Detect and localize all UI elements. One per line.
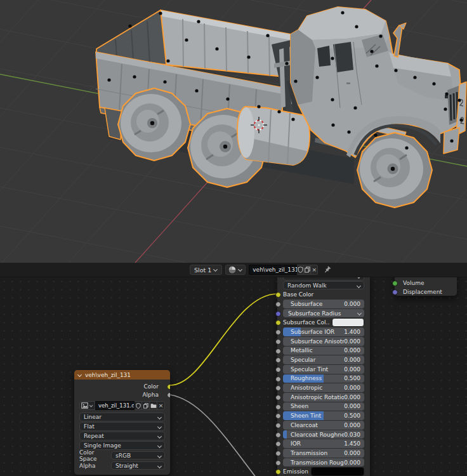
specular-socket[interactable] [275,357,281,363]
transmission-roughness-socket[interactable] [275,460,281,466]
row-specular-tint: Specular Tint0.000 [283,365,364,374]
new-material-button[interactable] [304,265,311,275]
subsurface-color-swatch[interactable] [332,318,364,327]
anisotropic-socket[interactable] [275,385,281,391]
ior-slider[interactable]: IOR1.450 [283,439,364,448]
specular-tint-socket[interactable] [275,367,281,373]
unlink-material-button[interactable]: × [311,265,318,275]
source-menu[interactable]: Single Image [79,441,165,450]
base-color-socket[interactable] [275,292,281,298]
image-fake-user-button[interactable] [135,401,142,410]
subsurface-ior-slider[interactable]: Subsurface IOR1.400 [283,327,364,336]
viewport-canvas [0,0,467,263]
alpha-output-row: Alpha [79,390,165,399]
subsurface-radius-socket[interactable] [275,311,281,317]
alpha-output-socket[interactable] [167,392,170,398]
sheen-socket[interactable] [275,404,281,410]
subsurface-anisotropy-socket[interactable] [275,339,281,345]
projection-row: Flat [79,422,165,431]
sheen-tint-socket[interactable] [275,413,281,419]
alpha-mode-menu[interactable]: Straight [111,461,165,470]
metallic-socket[interactable] [275,348,281,354]
emission-swatch[interactable] [311,467,364,476]
sss-method-menu[interactable]: Random Walk [283,281,364,290]
interpolation-menu[interactable]: Linear [79,413,165,421]
color-output-socket[interactable] [167,384,170,390]
row-ior: IOR1.450 [283,439,364,448]
row-transmission-roughness: Transmission Roughness0.000 [283,458,364,467]
specular-tint-slider[interactable]: Specular Tint0.000 [283,365,364,374]
subsurface-radius-menu[interactable]: Subsurface Radius [283,309,364,318]
subsurface-color-socket[interactable] [275,320,281,326]
row-sheen-tint: Sheen Tint0.500 [283,411,364,420]
transmission-roughness-slider[interactable]: Transmission Roughness0.000 [283,458,364,467]
image-icon [81,402,88,409]
fake-user-button[interactable] [297,265,304,275]
pin-toggle[interactable] [324,266,331,274]
shader-node-editor[interactable]: Volume Displacement Random Walk Base Col… [0,277,467,476]
anisotropic-rotation-socket[interactable] [275,395,281,400]
row-distribution [283,277,364,281]
chevron-down-icon [90,404,93,407]
image-filename: veh_zil_131.dds [98,402,135,409]
chevron-down-icon [158,465,162,468]
chevron-down-icon [357,284,361,288]
material-output-node[interactable]: Volume Displacement [395,277,457,296]
image-name-field[interactable]: veh_zil_131.dds [95,401,135,410]
volume-label: Volume [403,280,424,286]
chevron-down-icon [239,268,242,272]
close-icon: × [312,267,317,273]
chevron-down-icon [357,277,361,279]
chevron-down-icon [158,435,162,439]
image-texture-node[interactable]: veh\veh_zil_131 Color Alpha [74,370,170,475]
anisotropic-slider[interactable]: Anisotropic0.000 [283,383,364,392]
color-space-menu[interactable]: sRGB [111,451,165,460]
displacement-label: Displacement [403,289,442,295]
browse-material-button[interactable] [225,265,246,275]
extension-menu[interactable]: Repeat [79,432,165,440]
row-subsurface-radius: Subsurface Radius [283,309,364,318]
roughness-socket[interactable] [275,376,281,382]
clearcoat-roughness-socket[interactable] [275,432,281,438]
clearcoat-roughness-slider[interactable]: Clearcoat Roughness0.030 [283,430,364,439]
image-datablock-row: veh_zil_131.dds [79,401,165,410]
volume-socket[interactable] [392,281,398,286]
material-name: veh\veh_zil_131 [253,267,297,273]
emission-socket[interactable] [275,469,281,475]
metallic-slider[interactable]: Metallic0.000 [283,347,364,355]
row-subsurface-ior: Subsurface IOR1.400 [283,327,364,336]
clearcoat-slider[interactable]: Clearcoat0.000 [283,421,364,430]
subsurface-socket[interactable] [275,301,281,307]
browse-image-button[interactable] [79,401,95,410]
displacement-socket[interactable] [392,289,398,295]
alpha-output-label: Alpha [142,392,159,398]
subsurface-anisotropy-slider[interactable]: Subsurface Anisotropy0.000 [283,337,364,346]
base-color-label: Base Color [283,290,364,299]
projection-menu[interactable]: Flat [79,422,165,431]
3d-viewport[interactable] [0,0,467,263]
new-image-button[interactable] [142,401,150,410]
image-node-header[interactable]: veh\veh_zil_131 [74,370,170,380]
distribution-menu[interactable] [283,277,364,281]
principled-bsdf-node[interactable]: Random Walk Base Color Subsurface0.000 S… [277,277,370,476]
material-name-field[interactable]: veh\veh_zil_131 [249,265,297,275]
chevron-down-icon [158,454,162,458]
sheen-slider[interactable]: Sheen0.000 [283,402,364,411]
open-image-button[interactable] [150,401,157,410]
specular-slider[interactable]: Specular0.000 [283,355,364,364]
subsurface-slider[interactable]: Subsurface0.000 [283,300,364,308]
row-subsurface: Subsurface0.000 [283,300,364,308]
material-slot-selector[interactable]: Slot 1 [190,265,222,275]
clearcoat-socket[interactable] [275,423,281,428]
chevron-down-icon [158,444,162,448]
subsurface-ior-socket[interactable] [275,329,281,335]
roughness-slider[interactable]: Roughness0.500 [283,374,364,383]
sheen-tint-slider[interactable]: Sheen Tint0.500 [283,411,364,420]
unlink-image-button[interactable]: × [157,401,165,410]
material-sphere-icon [228,266,236,274]
transmission-slider[interactable]: Transmission0.000 [283,449,364,458]
anisotropic-rotation-slider[interactable]: Anisotropic Rotation0.000 [283,393,364,402]
ior-socket[interactable] [275,441,281,447]
transmission-socket[interactable] [275,451,281,456]
row-sss-method: Random Walk [283,281,364,290]
